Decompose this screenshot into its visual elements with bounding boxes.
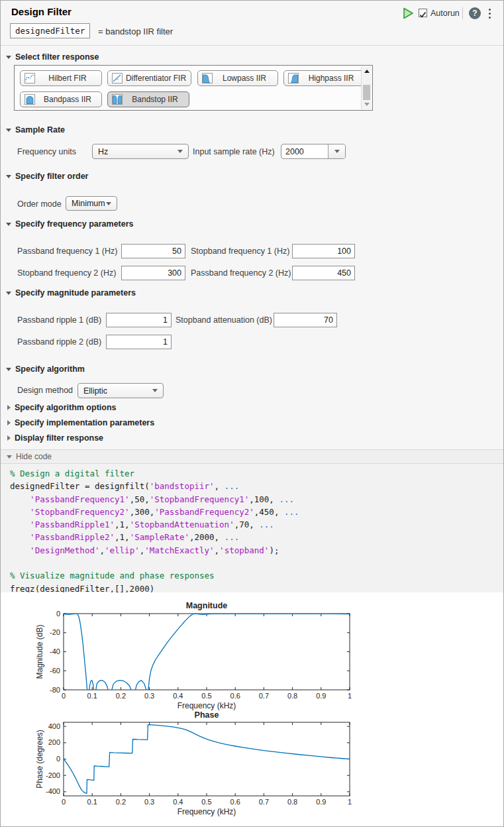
section-specify-algorithm-options[interactable]: Specify algorithm options [7, 403, 117, 412]
section-select-filter-response[interactable]: Select filter response [6, 52, 99, 62]
section-specify-magnitude-parameters[interactable]: Specify magnitude parameters [6, 288, 136, 298]
input-sample-rate-combobox[interactable]: 2000 [281, 144, 346, 159]
result-variable-field[interactable]: designedFilter [10, 23, 90, 38]
arrow-up-icon [364, 70, 370, 73]
section-label: Specify filter order [15, 172, 88, 181]
checkmark-icon [419, 11, 427, 19]
design-method-dropdown[interactable]: Elliptic [77, 383, 164, 398]
section-specify-algorithm[interactable]: Specify algorithm [6, 364, 85, 374]
combobox-dropdown-button[interactable] [328, 144, 345, 158]
section-label: Specify frequency parameters [15, 219, 134, 229]
svg-text:0.9: 0.9 [316, 798, 326, 806]
combobox-value[interactable]: 2000 [281, 144, 328, 158]
svg-text:0.6: 0.6 [230, 798, 240, 806]
generated-code-block[interactable]: % Design a digital filterdesignedFilter … [1, 464, 503, 592]
result-description: = bandstop IIR filter [98, 27, 173, 36]
panel-scrollbar[interactable] [361, 66, 372, 109]
svg-text:0: 0 [56, 610, 60, 618]
code-line: 'PassbandRipple1',1,'StopbandAttenuation… [10, 518, 503, 531]
highpass-iir-icon [288, 73, 299, 83]
svg-text:0.7: 0.7 [259, 798, 269, 806]
section-sample-rate[interactable]: Sample Rate [6, 125, 65, 135]
filter-button-differentiator-fir[interactable]: Differentiator FIR [107, 70, 191, 86]
design-filter-task: Design Filter Autorun ? designedFilter =… [0, 0, 504, 827]
section-specify-implementation-parameters[interactable]: Specify implementation parameters [7, 418, 154, 427]
svg-text:0.9: 0.9 [316, 692, 326, 700]
svg-text:0: 0 [62, 798, 66, 806]
svg-text:0.5: 0.5 [201, 692, 211, 700]
filter-button-label: Hilbert FIR [38, 74, 97, 83]
filter-button-hilbert-fir[interactable]: Hilbert FIR [20, 70, 102, 86]
filter-button-label: Differentiator FIR [125, 74, 187, 83]
svg-text:1: 1 [348, 692, 352, 700]
hide-code-toggle[interactable]: Hide code [1, 449, 503, 464]
stopband-attenuation-input[interactable] [274, 313, 337, 327]
collapse-triangle-icon [6, 56, 11, 59]
order-mode-dropdown[interactable]: Minimum [66, 196, 117, 211]
svg-text:0.4: 0.4 [173, 798, 183, 806]
scroll-up-button[interactable] [362, 66, 372, 76]
code-line: 'PassbandFrequency1',50,'StopbandFrequen… [10, 493, 503, 506]
svg-text:-60: -60 [50, 667, 60, 675]
code-line: 'DesignMethod','ellip','MatchExactly','s… [10, 544, 503, 557]
expand-triangle-icon [7, 420, 11, 425]
filter-button-label: Bandpass IIR [38, 95, 97, 104]
code-line [10, 557, 503, 569]
svg-text:200: 200 [48, 738, 60, 746]
stopband-frequency-2-label: Stopband frequency 2 (Hz) [17, 268, 116, 278]
code-line: designedFilter = designfilt('bandstopiir… [10, 480, 503, 492]
arrow-down-icon [364, 103, 370, 106]
figure-output: 00.10.20.30.40.50.60.70.80.910-20-40-60-… [1, 592, 503, 826]
svg-text:Phase (degrees): Phase (degrees) [35, 730, 44, 789]
section-specify-frequency-parameters[interactable]: Specify frequency parameters [6, 219, 134, 229]
passband-frequency-2-input[interactable] [292, 266, 355, 280]
svg-text:0.3: 0.3 [144, 692, 154, 700]
scrollbar-thumb[interactable] [363, 85, 370, 100]
kebab-menu-icon[interactable] [489, 9, 491, 11]
collapse-triangle-icon [6, 368, 11, 371]
code-line: 'StopbandFrequency2',300,'PassbandFreque… [10, 506, 503, 518]
svg-text:0.2: 0.2 [116, 798, 126, 806]
svg-text:0.3: 0.3 [144, 798, 154, 806]
run-button[interactable] [401, 7, 415, 20]
phase-plot: 00.10.20.30.40.50.60.70.80.914002000-200… [34, 710, 365, 819]
section-display-filter-response[interactable]: Display filter response [7, 433, 103, 443]
svg-text:0.4: 0.4 [173, 692, 183, 700]
chevron-down-icon [106, 202, 111, 205]
frequency-units-dropdown[interactable]: Hz [92, 144, 189, 159]
svg-text:0.7: 0.7 [259, 692, 269, 700]
differentiator-fir-icon [112, 73, 123, 83]
filter-button-highpass-iir[interactable]: Highpass IIR [283, 70, 366, 86]
passband-frequency-1-input[interactable] [121, 244, 185, 258]
section-label: Select filter response [15, 52, 99, 62]
expand-triangle-icon [7, 435, 11, 441]
dropdown-value: Minimum [72, 199, 105, 208]
passband-ripple-1-input[interactable] [106, 313, 172, 327]
filter-response-panel: Hilbert FIR Differentiator FIR Lowpass I… [14, 65, 373, 111]
passband-ripple-1-label: Passband ripple 1 (dB) [17, 315, 101, 325]
collapse-triangle-icon [6, 223, 11, 226]
scroll-down-button[interactable] [362, 99, 372, 109]
section-specify-filter-order[interactable]: Specify filter order [6, 172, 88, 181]
filter-button-lowpass-iir[interactable]: Lowpass IIR [197, 70, 278, 86]
hilbert-fir-icon [25, 73, 35, 83]
design-method-label: Design method [17, 386, 73, 395]
chevron-down-icon [177, 150, 183, 153]
svg-text:1: 1 [348, 798, 352, 806]
page-title: Design Filter [11, 6, 72, 17]
autorun-checkbox[interactable] [419, 9, 427, 17]
stopband-frequency-1-input[interactable] [292, 244, 355, 258]
svg-text:-20: -20 [50, 628, 60, 636]
svg-text:0: 0 [62, 692, 66, 700]
help-button[interactable]: ? [469, 7, 481, 19]
filter-button-bandpass-iir[interactable]: Bandpass IIR [20, 91, 102, 107]
question-mark-icon: ? [472, 9, 477, 18]
filter-button-bandstop-iir[interactable]: Bandstop IIR [107, 91, 189, 107]
svg-text:-80: -80 [50, 686, 60, 694]
svg-text:Magnitude: Magnitude [186, 601, 228, 610]
passband-frequency-2-label: Passband frequency 2 (Hz) [191, 268, 291, 278]
passband-ripple-2-input[interactable] [106, 335, 172, 349]
magnitude-plot: 00.10.20.30.40.50.60.70.80.910-20-40-60-… [34, 597, 365, 711]
stopband-frequency-2-input[interactable] [121, 266, 185, 280]
svg-text:Phase: Phase [195, 710, 219, 720]
